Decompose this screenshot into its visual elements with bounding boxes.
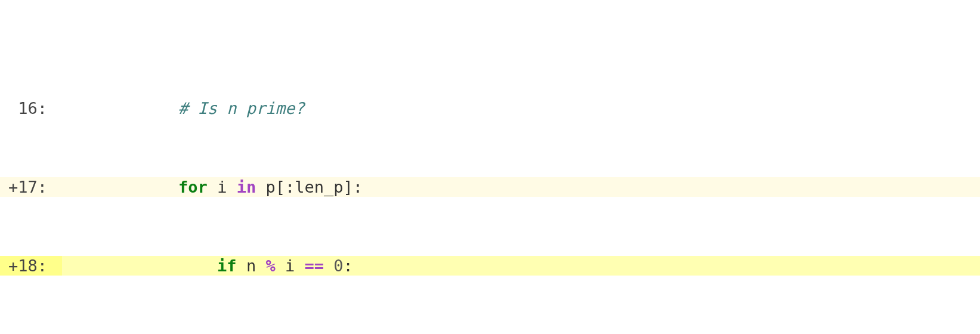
code-content: for i in p[:len_p]: bbox=[62, 177, 980, 197]
operator-eq: == bbox=[304, 256, 324, 275]
code-line-17: +17: for i in p[:len_p]: bbox=[0, 177, 980, 197]
code-line-16: 16: # Is n prime? bbox=[0, 98, 980, 118]
comment-token: # Is n prime? bbox=[178, 99, 304, 117]
keyword-if: if bbox=[217, 256, 237, 275]
line-number: 16: bbox=[0, 98, 62, 118]
code-content: # Is n prime? bbox=[62, 98, 980, 118]
code-line-18[interactable]: +18: if n % i == 0: bbox=[0, 256, 980, 276]
code-content: if n % i == 0: bbox=[62, 256, 980, 276]
line-number: +17: bbox=[0, 177, 62, 197]
keyword-for: for bbox=[178, 178, 208, 196]
keyword-in: in bbox=[237, 178, 256, 196]
operator-mod: % bbox=[265, 256, 275, 275]
line-number: +18: bbox=[0, 256, 62, 276]
